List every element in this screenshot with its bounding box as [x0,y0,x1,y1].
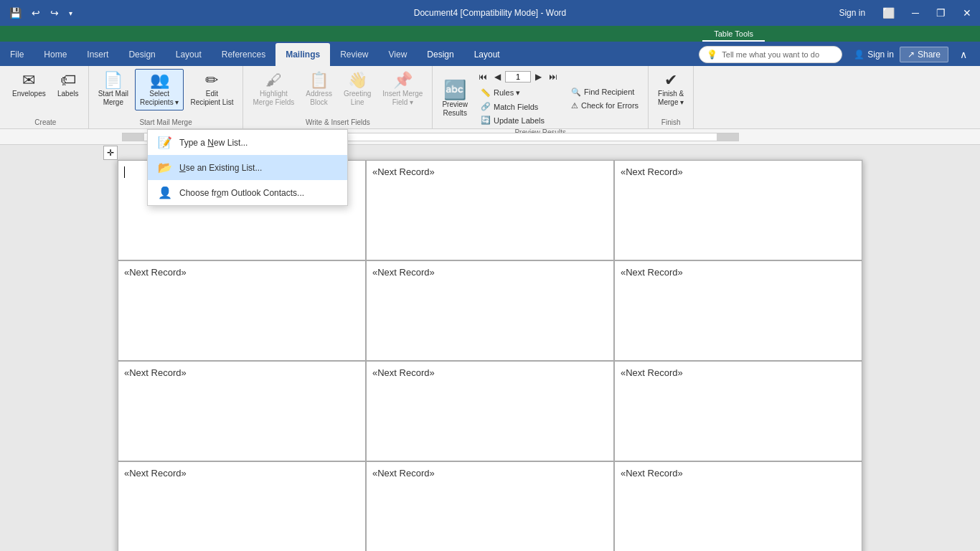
table-cell-4-3[interactable]: «Next Record» [614,461,862,551]
write-insert-group-label: Write & Insert Fields [306,118,370,128]
tab-table-layout[interactable]: Layout [464,43,510,66]
insert-merge-field-btn[interactable]: 📌 Insert MergeField ▾ [377,69,428,110]
table-cell-2-3[interactable]: «Next Record» [614,260,862,361]
window-title: Document4 [Compatibility Mode] - Word [414,8,567,18]
quick-access-toolbar: 💾 ↩ ↪ ▾ [0,6,143,20]
minimize-btn[interactable]: ─ [906,5,925,21]
match-fields-btn[interactable]: 🔗 Match Fields [476,100,560,113]
envelopes-label: Envelopes [12,90,46,98]
table-cell-1-3[interactable]: «Next Record» [614,160,862,260]
window-controls: Sign in ⬜ ─ ❐ ✕ [833,5,980,21]
choose-outlook-label: Choose from Outlook Contacts... [179,188,304,198]
tell-me-box[interactable]: 💡 Tell me what you want to do [699,46,842,63]
close-btn[interactable]: ✕ [957,5,977,21]
edit-recipient-list-btn[interactable]: ✏ EditRecipient List [185,69,238,110]
update-labels-btn[interactable]: 🔄 Update Labels [476,113,560,127]
save-quick-btn[interactable]: 💾 [6,6,25,20]
finish-merge-btn[interactable]: ✔ Finish &Merge ▾ [653,69,689,110]
start-mail-merge-label: Start MailMerge [98,90,128,107]
start-mail-merge-group-label: Start Mail Merge [139,118,192,128]
preview-results-btn[interactable]: 🔤 PreviewResults [437,77,473,121]
dropdown-choose-outlook[interactable]: 👤 Choose from Outlook Contacts... [148,180,347,205]
dropdown-use-existing-list[interactable]: 📂 Use an Existing List... [148,155,347,180]
ribbon: ✉ Envelopes 🏷 Labels Create 📄 Start Mail… [0,66,980,129]
outlook-contacts-icon: 👤 [158,186,172,199]
envelopes-icon: ✉ [22,72,35,88]
start-mail-merge-btn[interactable]: 📄 Start MailMerge [93,69,133,110]
document-page: ✛ «Next Record» «Next Record» «Next Reco… [117,159,863,551]
quick-access-dropdown[interactable]: ▾ [65,8,76,19]
rules-icon: 📏 [481,88,491,98]
tell-me-text: Tell me what you want to do [722,50,819,59]
greeting-line-btn[interactable]: 👋 GreetingLine [339,69,376,110]
tab-design[interactable]: Design [118,43,165,66]
tab-mailings[interactable]: Mailings [275,43,330,66]
maximize-btn[interactable]: ❐ [930,5,951,21]
edit-recipient-list-icon: ✏ [205,72,218,88]
table-cell-3-3[interactable]: «Next Record» [614,361,862,461]
sign-in-btn[interactable]: 👤 Sign in [854,50,894,60]
next-record-4-3: «Next Record» [621,468,683,479]
next-record-1-3: «Next Record» [621,166,683,177]
next-record-2-3: «Next Record» [621,267,683,278]
new-list-icon: 📝 [158,136,172,149]
tab-review[interactable]: Review [330,43,378,66]
share-icon: ↗ [908,50,915,60]
redo-quick-btn[interactable]: ↪ [47,6,62,20]
table-cell-2-1[interactable]: «Next Record» [118,260,366,361]
tab-table-design[interactable]: Design [417,43,463,66]
person-icon: 👤 [854,50,864,60]
labels-btn[interactable]: 🏷 Labels [52,69,84,102]
address-block-btn[interactable]: 📋 AddressBlock [301,69,337,110]
table-cell-4-1[interactable]: «Next Record» [118,461,366,551]
select-recipients-dropdown: 📝 Type a New List... 📂 Use an Existing L… [147,129,348,206]
tab-references[interactable]: References [212,43,275,66]
tab-file[interactable]: File [0,43,34,66]
next-record-4-1: «Next Record» [124,468,187,479]
next-record-4-2: «Next Record» [372,468,435,479]
ribbon-display-btn[interactable]: ⬜ [877,5,900,21]
tab-layout[interactable]: Layout [166,43,212,66]
table-move-handle[interactable]: ✛ [103,146,118,160]
share-btn[interactable]: ↗ Share [900,47,948,62]
check-errors-label: Check for Errors [581,101,639,110]
undo-quick-btn[interactable]: ↩ [28,6,44,20]
prev-record-btn[interactable]: ◀ [491,70,504,83]
greeting-line-label: GreetingLine [344,90,371,107]
record-number-input[interactable] [505,71,531,83]
sign-in-title[interactable]: Sign in [833,6,871,20]
next-record-3-3: «Next Record» [621,367,683,378]
finish-group-label: Finish [661,118,681,128]
table-cell-2-2[interactable]: «Next Record» [366,260,614,361]
last-record-btn[interactable]: ⏭ [546,70,560,83]
highlight-merge-fields-icon: 🖌 [265,72,281,88]
tab-view[interactable]: View [379,43,418,66]
select-recipients-btn[interactable]: 👥 SelectRecipients ▾ [135,69,184,110]
highlight-merge-fields-label: HighlightMerge Fields [253,90,294,107]
labels-icon: 🏷 [60,72,76,88]
start-mail-merge-icon: 📄 [103,72,123,88]
finish-merge-label: Finish &Merge ▾ [658,90,684,107]
dropdown-type-new-list[interactable]: 📝 Type a New List... [148,130,347,155]
rules-btn[interactable]: 📏 Rules ▾ [476,86,560,100]
find-recipient-btn[interactable]: 🔍 Find Recipient [566,85,644,99]
tab-insert[interactable]: Insert [77,43,118,66]
greeting-line-icon: 👋 [348,72,367,88]
table-cell-1-2[interactable]: «Next Record» [366,160,614,260]
envelopes-btn[interactable]: ✉ Envelopes [7,69,51,102]
next-record-2-1: «Next Record» [124,267,187,278]
tab-home[interactable]: Home [34,43,77,66]
table-tools-label: Table Tools [702,29,765,42]
find-recipient-icon: 🔍 [571,88,581,97]
table-cell-3-2[interactable]: «Next Record» [366,361,614,461]
highlight-merge-fields-btn[interactable]: 🖌 HighlightMerge Fields [248,69,299,110]
select-recipients-icon: 👥 [150,72,169,88]
table-cell-4-2[interactable]: «Next Record» [366,461,614,551]
existing-list-icon: 📂 [158,161,172,174]
first-record-btn[interactable]: ⏮ [476,70,490,83]
check-errors-btn[interactable]: ⚠ Check for Errors [566,99,644,113]
next-record-btn[interactable]: ▶ [532,70,545,83]
create-group-label: Create [34,118,56,128]
table-cell-3-1[interactable]: «Next Record» [118,361,366,461]
collapse-ribbon-btn[interactable]: ∧ [954,47,973,62]
